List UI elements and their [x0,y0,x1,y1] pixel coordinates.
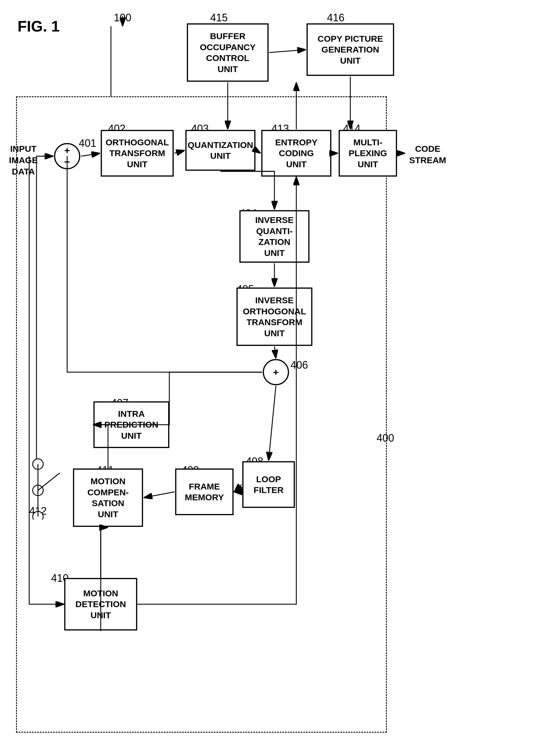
svg-line-3 [81,153,100,156]
diagram: FIG. 1 100 400 415 BUFFEROCCUPANCYCONTRO… [0,0,536,756]
connection-lines [0,0,536,756]
svg-line-19 [38,473,60,490]
svg-line-11 [269,386,276,461]
svg-line-14 [269,49,306,52]
svg-line-13 [144,492,175,498]
switch-symbol [22,455,80,520]
svg-line-10 [274,346,276,358]
svg-line-4 [174,150,185,153]
svg-line-12 [234,484,242,492]
svg-line-5 [256,150,261,153]
